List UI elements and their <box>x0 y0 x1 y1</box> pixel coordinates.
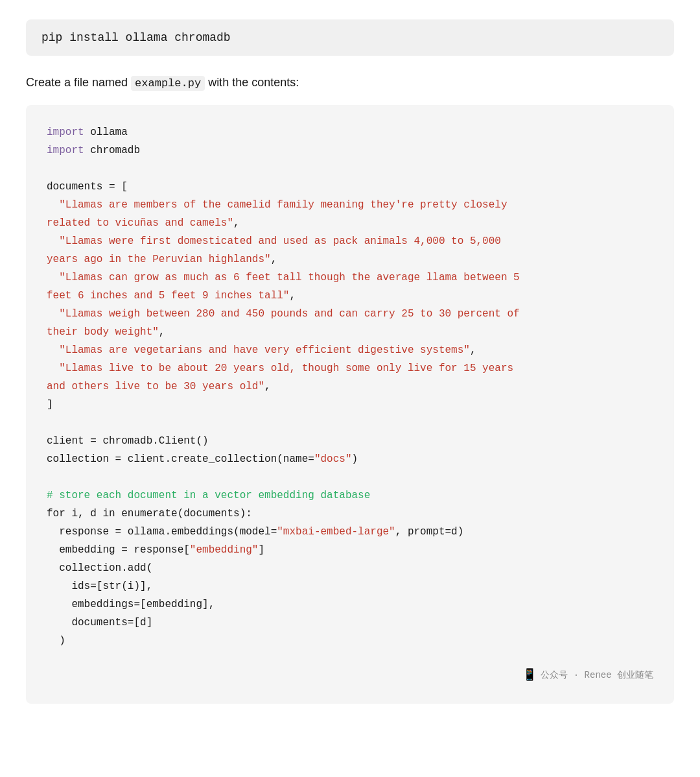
pip-install-block: pip install ollama chromadb <box>26 19 674 56</box>
code-line-6: "Llamas were first domesticated and used… <box>47 232 653 250</box>
code-line-13: "Llamas live to be about 20 years old, t… <box>47 359 653 377</box>
code-line-11: their body weight", <box>47 323 653 341</box>
code-line-3: documents = [ <box>47 178 653 196</box>
code-line-17: collection = client.create_collection(na… <box>47 450 653 468</box>
code-line-8: "Llamas can grow as much as 6 feet tall … <box>47 269 653 287</box>
code-line-10: "Llamas weigh between 280 and 450 pounds… <box>47 305 653 323</box>
code-line-2: import chromadb <box>47 141 653 160</box>
code-line-20: response = ollama.embeddings(model="mxba… <box>47 523 653 541</box>
code-line-14: and others live to be 30 years old", <box>47 377 653 396</box>
description-prefix: Create a file named <box>26 76 131 89</box>
code-line-9: feet 6 inches and 5 feet 9 inches tall", <box>47 287 653 305</box>
code-line-1: import ollama <box>47 123 653 141</box>
code-line-15: ] <box>47 396 653 414</box>
code-line-18: # store each document in a vector embedd… <box>47 486 653 505</box>
filename-code: example.py <box>131 76 205 91</box>
description-text: Create a file named example.py with the … <box>26 74 674 92</box>
description-suffix: with the contents: <box>205 76 299 89</box>
wechat-icon: 📱 <box>522 665 537 686</box>
code-line-4: "Llamas are members of the camelid famil… <box>47 196 653 214</box>
code-line-22: collection.add( <box>47 559 653 577</box>
watermark-text: 公众号 · Renee 创业随笔 <box>541 667 653 684</box>
code-line-26: ) <box>47 632 653 650</box>
code-line-24: embeddings=[embedding], <box>47 595 653 614</box>
code-line-23: ids=[str(i)], <box>47 577 653 595</box>
watermark: 📱 公众号 · Renee 创业随笔 <box>47 660 653 686</box>
code-line-16: client = chromadb.Client() <box>47 432 653 450</box>
pip-command: pip install ollama chromadb <box>41 31 231 44</box>
code-line-21: embedding = response["embedding"] <box>47 541 653 559</box>
code-block: import ollama import chromadb documents … <box>26 105 674 704</box>
code-line-25: documents=[d] <box>47 614 653 632</box>
code-line-12: "Llamas are vegetarians and have very ef… <box>47 341 653 359</box>
code-line-19: for i, d in enumerate(documents): <box>47 505 653 523</box>
code-line-7: years ago in the Peruvian highlands", <box>47 250 653 269</box>
code-line-5: related to vicuñas and camels", <box>47 214 653 232</box>
